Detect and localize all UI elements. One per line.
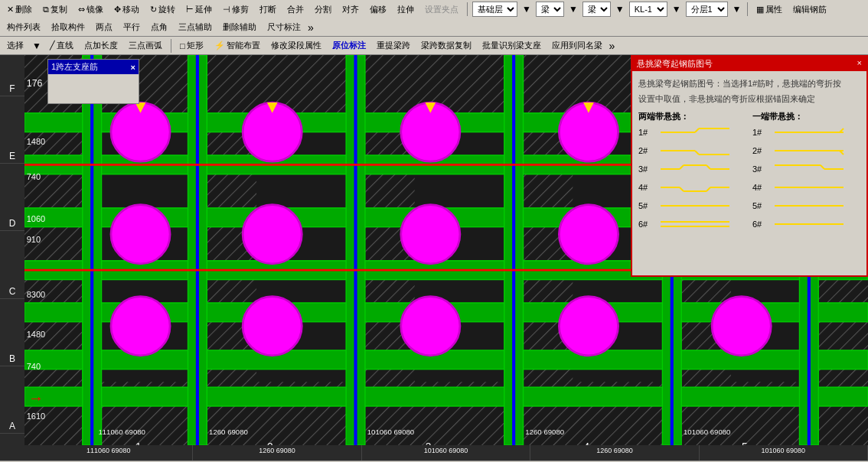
- svg-text:101060 69080: 101060 69080: [684, 428, 731, 436]
- layer-select[interactable]: 基础层: [472, 2, 517, 17]
- rebar-row-1[interactable]: 1#: [638, 125, 746, 139]
- trim-icon: ⊣: [223, 5, 230, 15]
- break-btn[interactable]: 打断: [256, 2, 280, 17]
- two-point-btn[interactable]: 两点: [92, 20, 116, 34]
- property-btn[interactable]: ▦属性: [752, 2, 786, 17]
- type-select[interactable]: 梁: [536, 2, 564, 17]
- svg-line-95: [821, 165, 824, 169]
- line-btn[interactable]: ╱直线: [46, 38, 77, 53]
- toolbar1-more[interactable]: »: [308, 21, 314, 34]
- svg-point-46: [712, 297, 771, 356]
- move-icon: ✥: [114, 5, 121, 15]
- mirror-icon: ⇔: [78, 5, 85, 15]
- popup-close-btn[interactable]: ×: [131, 63, 135, 72]
- delete-icon: ✕: [7, 5, 14, 15]
- setpoint-btn[interactable]: 设置夹点: [421, 2, 462, 17]
- extend-btn[interactable]: ⊢延伸: [182, 2, 216, 17]
- rect-btn[interactable]: □矩形: [176, 38, 207, 53]
- parallel-btn[interactable]: 平行: [119, 20, 144, 34]
- element-select[interactable]: 梁: [582, 2, 611, 17]
- panel-desc2: 设置中取值，非悬挑端的弯折应根据锚固来确定: [638, 93, 860, 105]
- mirror-btn[interactable]: ⇔镜像: [74, 2, 107, 17]
- popup-content: [48, 74, 139, 103]
- rebar-rnum-6: 6#: [752, 220, 768, 229]
- col-label-4: 1260 69080: [530, 445, 699, 460]
- pick-btn[interactable]: 拾取构件: [47, 20, 89, 34]
- rebar-row-r2[interactable]: 2#: [752, 144, 860, 158]
- offset-btn[interactable]: 偏移: [366, 2, 390, 17]
- rebar-row-5[interactable]: 5#: [638, 199, 746, 213]
- svg-point-39: [401, 205, 460, 264]
- three-point-btn[interactable]: 三点辅助: [175, 20, 216, 34]
- modify-seg-btn[interactable]: 修改梁段属性: [267, 38, 325, 53]
- rebar-shape-4: [657, 181, 733, 194]
- svg-line-72: [695, 129, 699, 132]
- rebar-shape-2: [657, 144, 733, 158]
- rebar-row-4[interactable]: 4#: [638, 181, 746, 194]
- rotate-btn[interactable]: ↻旋转: [146, 2, 179, 17]
- kl-select[interactable]: KL-1: [629, 2, 667, 17]
- select-btn[interactable]: 选择: [3, 38, 28, 53]
- smart-place-btn[interactable]: ⚡智能布置: [210, 38, 264, 53]
- toolbar2-more[interactable]: »: [609, 40, 615, 52]
- sep3: [171, 39, 171, 53]
- copy-span-btn[interactable]: 梁跨数据复制: [417, 38, 475, 53]
- toolbar-row-1: ✕删除 ⧉复制 ⇔镜像 ✥移动 ↻旋转 ⊢延伸 ⊣修剪 打断 合并 分割 对齐 …: [0, 0, 868, 37]
- batch-identify-btn[interactable]: 批量识别梁支座: [478, 38, 545, 53]
- arc-btn[interactable]: 三点画弧: [125, 38, 166, 53]
- del-aux-btn[interactable]: 删除辅助: [219, 20, 260, 34]
- rebar-row-r6[interactable]: 6#: [752, 217, 860, 231]
- rebar-rnum-4: 4#: [752, 183, 768, 192]
- svg-text:101060 69080: 101060 69080: [367, 428, 415, 436]
- drawing-area[interactable]: 176 1480 740 1060 910 8300 1480 740 1610…: [24, 55, 868, 445]
- copy-btn[interactable]: ⧉复制: [39, 2, 71, 17]
- re-extract-btn[interactable]: 重提梁跨: [373, 38, 414, 53]
- canvas-area[interactable]: F E D C B A: [0, 55, 868, 460]
- trim-btn[interactable]: ⊣修剪: [219, 2, 253, 17]
- svg-text:1060: 1060: [27, 214, 46, 223]
- svg-text:176: 176: [27, 78, 43, 89]
- rebar-row-r3[interactable]: 3#: [752, 162, 860, 176]
- one-end-title: 一端带悬挑：: [752, 111, 860, 122]
- delete-btn[interactable]: ✕删除: [3, 2, 36, 17]
- rebar-row-r1[interactable]: 1#: [752, 125, 860, 139]
- angle-btn[interactable]: 点角: [147, 20, 171, 34]
- svg-line-85: [706, 187, 710, 191]
- rebar-row-2[interactable]: 2#: [638, 144, 746, 158]
- svg-text:111060 69080: 111060 69080: [98, 428, 145, 436]
- merge-btn[interactable]: 合并: [283, 2, 308, 17]
- edit-rebar-btn[interactable]: 编辑钢筋: [789, 2, 830, 17]
- svg-point-37: [111, 205, 170, 264]
- dim-btn[interactable]: 尺寸标注: [263, 20, 305, 34]
- layer2-select[interactable]: 分层1: [686, 2, 728, 17]
- line-icon: ╱: [50, 41, 55, 50]
- rebar-rshape-3: [771, 162, 847, 176]
- point-extend-btn[interactable]: 点加长度: [80, 38, 122, 53]
- panel-title: 悬挑梁弯起钢筋图号: [637, 58, 713, 70]
- component-list-btn[interactable]: 构件列表: [3, 20, 44, 34]
- rebar-rshape-5: [771, 199, 847, 213]
- panel-desc: 悬挑梁弯起钢筋图号：当选择1#筋时，悬挑端的弯折按: [638, 77, 860, 90]
- red-arrow: →: [28, 389, 44, 407]
- one-end-col: 一端带悬挑： 1# 2#: [752, 111, 860, 236]
- svg-text:740: 740: [27, 172, 41, 181]
- align-btn[interactable]: 对齐: [338, 2, 363, 17]
- rebar-row-3[interactable]: 3#: [638, 162, 746, 176]
- split-btn[interactable]: 分割: [311, 2, 335, 17]
- rebar-rshape-1: [771, 125, 847, 139]
- svg-point-42: [111, 297, 170, 356]
- apply-same-btn[interactable]: 应用到同名梁: [548, 38, 606, 53]
- panel-right-header: 悬挑梁弯起钢筋图号 ×: [632, 57, 866, 71]
- smart-icon: ⚡: [214, 41, 225, 50]
- sep1: [467, 2, 468, 16]
- svg-point-40: [559, 205, 618, 264]
- stretch-btn[interactable]: 拉伸: [393, 2, 418, 17]
- move-btn[interactable]: ✥移动: [110, 2, 143, 17]
- rebar-row-r4[interactable]: 4#: [752, 181, 860, 194]
- panel-close-btn[interactable]: ×: [857, 58, 862, 70]
- rebar-row-6[interactable]: 6#: [638, 217, 746, 231]
- rebar-row-r5[interactable]: 5#: [752, 199, 860, 213]
- popup-small-1span: 1跨左支座筋 ×: [47, 59, 139, 104]
- orig-annotate-btn[interactable]: 原位标注: [328, 38, 370, 53]
- rebar-shape-6: [657, 217, 733, 231]
